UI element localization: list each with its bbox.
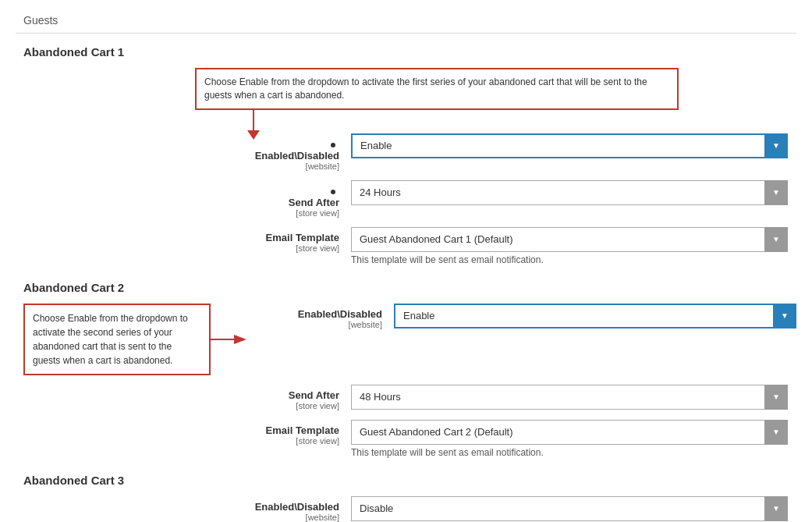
cart2-template-note: This template will be sent as email noti…	[351, 447, 788, 458]
cart1-sendafter-sublabel: [store view]	[16, 208, 339, 218]
cart2-sendafter-control: 48 Hours 24 Hours	[351, 385, 788, 410]
cart2-enabled-sublabel: [website]	[254, 320, 382, 329]
cart1-sendafter-control: 24 Hours 48 Hours	[351, 180, 788, 205]
cart3-enabled-sublabel: [website]	[16, 513, 339, 522]
cart2-title: Abandoned Cart 2	[16, 281, 796, 294]
cart1-sendafter-label-main: Send After	[16, 197, 339, 208]
cart1-template-sublabel: [store view]	[16, 243, 339, 253]
cart2-sendafter-select-wrapper: 48 Hours 24 Hours	[351, 385, 788, 410]
svg-marker-3	[234, 335, 246, 344]
cart2-enabled-select[interactable]: Enable Disable	[394, 304, 796, 328]
cart2-tooltip-arrow	[209, 332, 248, 347]
cart1-enabled-select-wrapper: Enable Disable	[351, 133, 788, 158]
cart2-template-sublabel: [store view]	[16, 436, 339, 446]
cart1-template-row: Email Template [store view] Guest Abando…	[16, 227, 796, 265]
cart2-sendafter-sublabel: [store view]	[16, 401, 339, 410]
cart2-enabled-select-wrapper: Enable Disable	[394, 304, 796, 328]
cart1-tooltip-text: Choose Enable from the dropdown to activ…	[204, 76, 647, 101]
dot-icon2	[331, 190, 335, 194]
cart1-tooltip: Choose Enable from the dropdown to activ…	[195, 68, 679, 110]
cart3-enabled-control: Disable Enable	[351, 496, 788, 521]
cart1-sendafter-select[interactable]: 24 Hours 48 Hours	[351, 180, 788, 205]
cart2-template-label-main: Email Template	[16, 424, 339, 436]
cart1-enabled-select[interactable]: Enable Disable	[351, 133, 788, 158]
cart2-template-select-wrapper: Guest Abandoned Cart 2 (Default)	[351, 420, 788, 445]
cart1-enabled-label-main: Enabled\Disabled	[16, 150, 339, 162]
cart1-section: Abandoned Cart 1 Choose Enable from the …	[16, 45, 796, 265]
cart1-enabled-sublabel: [website]	[16, 162, 339, 171]
page-container: Guests Abandoned Cart 1 Choose Enable fr…	[0, 0, 812, 522]
cart3-enabled-label-main: Enabled\Disabled	[16, 501, 339, 513]
cart3-title: Abandoned Cart 3	[16, 474, 796, 487]
cart3-enabled-row: Enabled\Disabled [website] Disable Enabl…	[16, 496, 796, 522]
cart2-template-select[interactable]: Guest Abandoned Cart 2 (Default)	[351, 420, 788, 445]
cart2-section: Abandoned Cart 2 Choose Enable from the …	[16, 281, 796, 458]
cart2-template-row: Email Template [store view] Guest Abando…	[16, 420, 796, 458]
cart2-sendafter-row: Send After [store view] 48 Hours 24 Hour…	[16, 385, 796, 410]
cart1-sendafter-select-wrapper: 24 Hours 48 Hours	[351, 180, 788, 205]
cart2-template-control: Guest Abandoned Cart 2 (Default) This te…	[351, 420, 788, 458]
cart1-template-note: This template will be sent as email noti…	[351, 254, 788, 265]
cart2-enabled-label: Enabled\Disabled [website]	[254, 304, 394, 329]
cart2-tooltip: Choose Enable from the dropdown to activ…	[23, 304, 211, 375]
cart2-enabled-label-main: Enabled\Disabled	[254, 308, 382, 320]
cart2-sendafter-label-main: Send After	[16, 389, 339, 401]
cart1-enabled-row: Enabled\Disabled [website] Enable Disabl…	[16, 133, 796, 171]
cart2-tooltip-text: Choose Enable from the dropdown to activ…	[33, 313, 188, 366]
cart1-template-label: Email Template [store view]	[16, 227, 351, 253]
cart1-template-label-main: Email Template	[16, 232, 339, 243]
cart3-enabled-select-wrapper: Disable Enable	[351, 496, 788, 521]
cart1-sendafter-label: Send After [store view]	[16, 180, 351, 218]
cart1-template-control: Guest Abandoned Cart 1 (Default) This te…	[351, 227, 788, 265]
dot-icon	[331, 143, 335, 147]
cart2-template-label: Email Template [store view]	[16, 420, 351, 446]
cart1-enabled-control: Enable Disable	[351, 133, 788, 158]
guests-header: Guests	[16, 8, 796, 34]
cart3-section: Abandoned Cart 3 Enabled\Disabled [websi…	[16, 474, 796, 522]
cart3-enabled-select[interactable]: Disable Enable	[351, 496, 788, 521]
cart2-sendafter-label: Send After [store view]	[16, 385, 351, 410]
cart1-template-select-wrapper: Guest Abandoned Cart 1 (Default)	[351, 227, 788, 252]
cart1-sendafter-row: Send After [store view] 24 Hours 48 Hour…	[16, 180, 796, 218]
cart2-enabled-control: Enable Disable	[394, 304, 796, 328]
cart1-enabled-label: Enabled\Disabled [website]	[16, 133, 351, 171]
guests-label: Guests	[23, 14, 58, 27]
cart1-title: Abandoned Cart 1	[16, 45, 796, 59]
cart2-sendafter-select[interactable]: 48 Hours 24 Hours	[351, 385, 788, 410]
cart3-enabled-label: Enabled\Disabled [website]	[16, 496, 351, 522]
cart1-template-select[interactable]: Guest Abandoned Cart 1 (Default)	[351, 227, 788, 252]
